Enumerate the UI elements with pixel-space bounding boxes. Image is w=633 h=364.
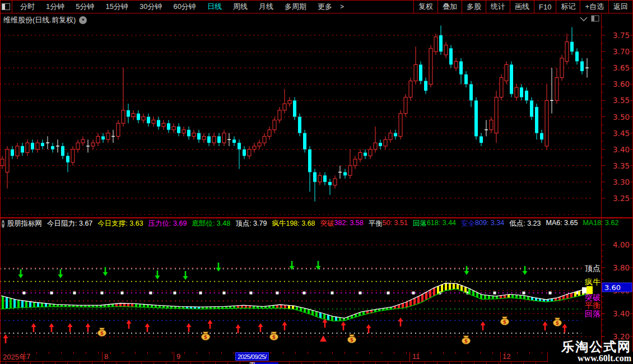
date-axis[interactable]: 2025年78911122025/09/25/四 — [0, 352, 548, 362]
action-button-2[interactable]: 叠加 — [437, 1, 462, 13]
action-button-9[interactable]: 返回 — [608, 1, 632, 13]
selected-date-badge: 2025/09/25/四 — [235, 352, 269, 361]
period-tab-4[interactable]: 15分钟 — [100, 2, 133, 12]
watermark-line1: 乐淘公式网 — [561, 339, 631, 354]
date-tick — [184, 352, 185, 354]
svg-text:3.25: 3.25 — [613, 194, 630, 203]
collapse-chevron-icon[interactable] — [580, 17, 587, 21]
date-tick — [455, 352, 456, 354]
date-tick — [147, 352, 148, 354]
action-button-3[interactable]: 多股 — [462, 1, 486, 13]
date-tick — [295, 352, 296, 354]
sell-arrows — [18, 261, 528, 280]
svg-text:$: $ — [503, 319, 506, 325]
indicator-value-13: 618: 3.44 — [427, 219, 456, 228]
date-tick — [197, 352, 197, 354]
month-label-9: 9 — [176, 352, 180, 361]
action-button-8[interactable]: +自选 — [580, 1, 608, 13]
indicator-value-1: 股朋指标网 — [7, 219, 43, 228]
date-tick — [172, 352, 173, 354]
watermark-line2: www.60lt.com — [561, 354, 631, 363]
indicator-values: 股朋指标网今日阻力: 3.67今日支撑: 3.63压力位: 3.69底部位: 3… — [7, 219, 624, 228]
action-button-7[interactable]: 标记 — [556, 1, 580, 13]
indicator-collapse-icon[interactable]: ▾ — [2, 220, 4, 228]
svg-text:3.50: 3.50 — [613, 113, 630, 122]
chart-title-row: 维维股份(日线.前复权) ▾ — [3, 15, 87, 25]
svg-text:3.30: 3.30 — [613, 178, 630, 186]
indicator-value-9: 382: 3.58 — [334, 219, 364, 228]
period-tab-8[interactable]: 周线 — [227, 2, 253, 12]
panel-toggle-button[interactable] — [0, 1, 12, 13]
last-value-text: 3.60 — [604, 283, 621, 292]
date-tick — [73, 352, 74, 354]
green-down-arrow-icon — [464, 271, 469, 275]
buy-arrows — [3, 318, 567, 343]
date-tick — [123, 352, 123, 354]
breakout-square-markers — [23, 292, 579, 295]
panel-toggle-icon — [2, 3, 10, 10]
candlestick-chart: 3.753.703.653.603.553.503.453.403.353.30… — [0, 14, 633, 218]
date-tick — [468, 352, 468, 354]
date-tick — [36, 352, 37, 354]
indicator-value-18: MA18: 3.62 — [583, 219, 618, 228]
svg-text:3.35: 3.35 — [613, 161, 630, 170]
red-up-arrow-icon — [543, 321, 548, 325]
date-tick — [418, 352, 419, 354]
period-tab-2[interactable]: 1分钟 — [40, 2, 70, 12]
action-button-1[interactable]: 复权 — [413, 1, 437, 13]
date-tick — [517, 352, 518, 354]
date-tick — [369, 352, 370, 354]
svg-text:$: $ — [350, 337, 353, 343]
indicator-value-4: 压力位: 3.69 — [148, 219, 187, 228]
split-window-icon-fill — [592, 16, 594, 21]
more-chevron-icon[interactable]: > — [338, 3, 346, 11]
indicator-value-5: 底部位: 3.48 — [192, 219, 230, 228]
money-bag-markers: $$$$$$$ — [97, 317, 561, 344]
date-tick — [49, 352, 49, 354]
action-button-6[interactable]: F10 — [534, 1, 556, 13]
date-tick — [480, 352, 481, 354]
red-up-arrow-icon — [236, 324, 241, 328]
red-up-arrow-icon — [31, 323, 36, 327]
period-tab-1[interactable]: 分时 — [15, 2, 40, 12]
svg-text:3.70: 3.70 — [613, 47, 630, 56]
action-button-4[interactable]: 统计 — [486, 1, 510, 13]
svg-text:3.40: 3.40 — [613, 309, 630, 318]
indicator-header: ▾ 股朋指标网今日阻力: 3.67今日支撑: 3.63压力位: 3.69底部位:… — [0, 219, 601, 228]
svg-text:$: $ — [464, 338, 468, 344]
red-up-arrow-icon — [282, 321, 287, 325]
date-tick — [209, 352, 210, 354]
period-tab-11[interactable]: 更多 — [312, 2, 338, 12]
red-up-arrow-icon — [187, 323, 192, 327]
period-tab-10[interactable]: 多周期 — [279, 2, 312, 12]
chevron-down-icon[interactable]: ▾ — [79, 16, 87, 24]
period-tab-6[interactable]: 60分钟 — [167, 2, 201, 12]
month-separator — [500, 352, 501, 361]
date-tick — [443, 352, 444, 354]
period-tab-9[interactable]: 月线 — [253, 2, 279, 12]
red-up-arrow-icon — [49, 323, 54, 327]
action-button-5[interactable]: 画线 — [510, 1, 534, 13]
svg-text:3.75: 3.75 — [613, 31, 630, 40]
app-window: 分时1分钟5分钟15分钟30分钟60分钟日线周线月线多周期更多> 复权叠加多股统… — [0, 0, 633, 364]
date-tick — [505, 352, 505, 354]
date-tick — [61, 352, 62, 354]
level-label-顶点: 顶点 — [585, 264, 601, 273]
period-tab-5[interactable]: 30分钟 — [134, 2, 167, 12]
top-toolbar: 分时1分钟5分钟15分钟30分钟60分钟日线周线月线多周期更多> 复权叠加多股统… — [0, 0, 633, 13]
indicator-value-2: 今日阻力: 3.67 — [47, 219, 92, 228]
watermark: 乐淘公式网 www.60lt.com — [561, 339, 631, 363]
red-up-arrow-icon — [3, 334, 8, 338]
red-up-arrow-icon — [481, 321, 486, 325]
date-tick — [492, 352, 493, 354]
level-label-疯牛: 疯牛 — [585, 277, 601, 286]
indicator-pane: $$$$$$$4.003.803.603.403.203.60顶点疯牛突破平衡回… — [0, 218, 633, 352]
svg-text:$: $ — [272, 334, 276, 340]
period-tab-3[interactable]: 5分钟 — [70, 2, 100, 12]
green-down-arrow-icon — [183, 276, 188, 280]
period-tab-7[interactable]: 日线 — [202, 2, 227, 12]
action-menu: 复权叠加多股统计画线F10标记+自选返回 — [413, 1, 633, 13]
indicator-value-8: 突破 — [320, 219, 334, 228]
indicator-value-14: 安全 — [461, 219, 475, 228]
svg-text:3.80: 3.80 — [613, 263, 630, 272]
